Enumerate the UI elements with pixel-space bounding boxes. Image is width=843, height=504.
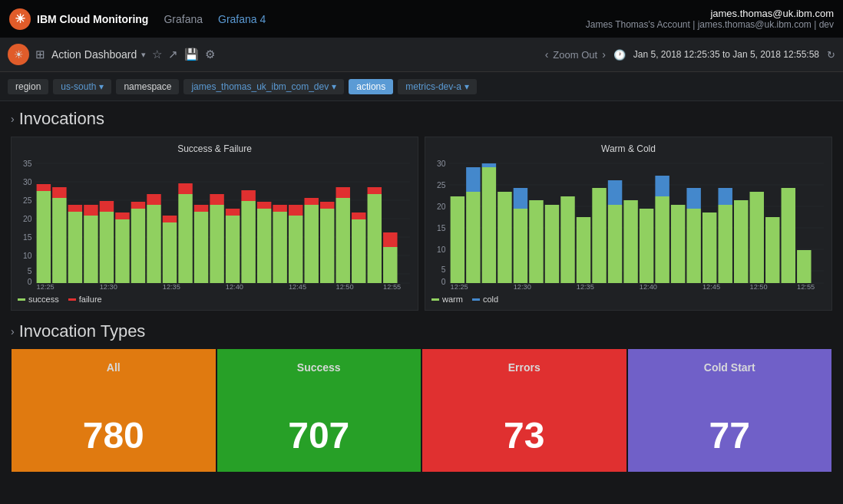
svg-rect-99 xyxy=(640,209,653,283)
svg-rect-34 xyxy=(178,194,192,283)
svg-rect-47 xyxy=(273,205,286,212)
svg-rect-18 xyxy=(52,198,66,283)
svg-rect-20 xyxy=(68,212,82,283)
svg-text:10: 10 xyxy=(23,252,32,260)
svg-rect-93 xyxy=(560,196,574,283)
svg-rect-31 xyxy=(147,194,160,205)
svg-rect-49 xyxy=(289,205,302,216)
warm-cold-legend: warm cold xyxy=(431,295,825,304)
svg-text:12:35: 12:35 xyxy=(577,283,594,289)
success-legend-dot xyxy=(18,298,25,301)
svg-rect-91 xyxy=(529,200,543,283)
svg-rect-105 xyxy=(702,212,716,283)
cold-start-label: Cold Start xyxy=(704,361,755,374)
svg-rect-41 xyxy=(226,209,240,216)
svg-text:12:40: 12:40 xyxy=(640,283,657,289)
svg-rect-29 xyxy=(131,202,145,209)
svg-text:10: 10 xyxy=(437,245,446,254)
namespace-value[interactable]: james_thomas_uk_ibm_com_dev ▾ xyxy=(183,79,344,94)
svg-text:12:55: 12:55 xyxy=(383,283,401,289)
svg-rect-25 xyxy=(100,201,114,212)
svg-text:12:30: 12:30 xyxy=(100,283,117,289)
svg-rect-22 xyxy=(84,216,98,283)
time-range-display[interactable]: Jan 5, 2018 12:25:35 to Jan 5, 2018 12:5… xyxy=(633,49,819,60)
svg-text:5: 5 xyxy=(441,265,446,274)
svg-text:20: 20 xyxy=(23,215,32,223)
svg-rect-36 xyxy=(194,212,208,283)
svg-text:12:30: 12:30 xyxy=(514,283,531,289)
zoom-controls: ‹ Zoom Out › xyxy=(545,48,606,61)
app-name: IBM Cloud Monitoring xyxy=(37,13,148,25)
svg-rect-39 xyxy=(210,194,223,205)
svg-rect-102 xyxy=(671,205,685,283)
invocations-title: Invocations xyxy=(19,109,104,129)
svg-rect-37 xyxy=(194,205,208,212)
success-legend-label: success xyxy=(28,295,59,304)
svg-rect-109 xyxy=(750,192,764,283)
svg-rect-104 xyxy=(686,188,700,209)
svg-text:0: 0 xyxy=(441,278,446,286)
cold-legend-label: cold xyxy=(483,295,498,304)
svg-rect-92 xyxy=(545,205,559,283)
actions-label[interactable]: actions xyxy=(349,79,393,94)
svg-rect-85 xyxy=(466,167,480,192)
charts-row: Success & Failure 35 30 25 20 15 10 5 0 xyxy=(11,137,832,311)
svg-rect-84 xyxy=(466,192,480,283)
svg-text:25: 25 xyxy=(437,181,446,189)
save-icon[interactable]: 💾 xyxy=(184,48,199,61)
svg-rect-108 xyxy=(734,200,748,283)
zoom-forward-button[interactable]: › xyxy=(602,48,606,61)
svg-rect-42 xyxy=(241,201,255,283)
svg-rect-50 xyxy=(304,205,318,283)
nav-grafana[interactable]: Grafana xyxy=(164,13,203,25)
svg-rect-86 xyxy=(482,167,496,283)
svg-rect-53 xyxy=(320,202,334,209)
svg-rect-33 xyxy=(163,216,177,222)
svg-text:12:45: 12:45 xyxy=(289,283,306,289)
cold-start-card[interactable]: Cold Start 77 xyxy=(628,349,832,472)
cold-start-value: 77 xyxy=(709,414,750,456)
region-value[interactable]: us-south ▾ xyxy=(53,79,111,94)
svg-rect-30 xyxy=(147,205,160,283)
grafana-home-icon[interactable]: ☀ xyxy=(8,44,29,65)
failure-legend-label: failure xyxy=(79,295,102,304)
svg-rect-83 xyxy=(451,196,464,283)
svg-text:25: 25 xyxy=(23,196,32,205)
success-value: 707 xyxy=(288,414,349,456)
svg-rect-112 xyxy=(797,250,811,283)
dashboard-name-button[interactable]: Action Dashboard ▾ xyxy=(51,48,146,61)
nav-grafana4[interactable]: Grafana 4 xyxy=(218,13,266,25)
all-card[interactable]: All 780 xyxy=(12,349,216,472)
svg-text:5: 5 xyxy=(28,267,32,275)
legend-cold: cold xyxy=(472,295,498,304)
actions-value[interactable]: metrics-dev-a ▾ xyxy=(398,79,477,94)
svg-text:15: 15 xyxy=(437,224,446,232)
zoom-back-button[interactable]: ‹ xyxy=(545,48,549,61)
svg-rect-98 xyxy=(623,200,637,283)
refresh-button[interactable]: ↻ xyxy=(827,49,835,61)
failure-legend-dot xyxy=(68,298,76,301)
svg-rect-48 xyxy=(289,216,302,283)
success-card[interactable]: Success 707 xyxy=(217,349,422,472)
star-icon[interactable]: ☆ xyxy=(152,48,162,61)
share-icon[interactable]: ↗ xyxy=(168,48,178,61)
errors-card[interactable]: Errors 73 xyxy=(422,349,626,472)
grid-icon: ⊞ xyxy=(35,48,45,61)
user-email: james.thomas@uk.ibm.com xyxy=(586,8,834,19)
cold-legend-dot xyxy=(472,298,480,301)
settings-icon[interactable]: ⚙ xyxy=(205,48,215,61)
svg-text:12:25: 12:25 xyxy=(37,283,55,289)
warm-legend-dot xyxy=(431,298,439,301)
main-content: › Invocations Success & Failure 35 30 25… xyxy=(0,101,843,479)
svg-text:12:55: 12:55 xyxy=(797,283,815,289)
invocations-chevron: › xyxy=(11,113,15,125)
svg-rect-87 xyxy=(482,163,496,167)
svg-rect-57 xyxy=(352,212,365,219)
svg-rect-60 xyxy=(383,247,397,283)
zoom-out-label[interactable]: Zoom Out xyxy=(553,49,597,61)
success-failure-chart: Success & Failure 35 30 25 20 15 10 5 0 xyxy=(11,137,418,311)
dashboard-title: Action Dashboard xyxy=(51,48,137,61)
svg-rect-54 xyxy=(336,198,350,283)
legend-success: success xyxy=(18,295,59,304)
namespace-dropdown-icon: ▾ xyxy=(332,81,336,92)
